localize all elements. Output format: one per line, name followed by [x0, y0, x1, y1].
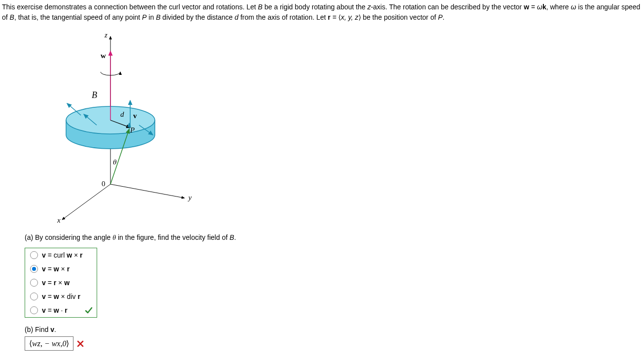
radio-icon[interactable] — [30, 306, 38, 314]
option-label: v = curl w × r — [38, 251, 83, 259]
w-label: w — [101, 52, 106, 60]
var-B: B — [229, 233, 234, 241]
prompt-text: = — [330, 13, 338, 21]
d-label: d — [120, 110, 124, 118]
answer-body: wz, − wx,0 — [32, 339, 66, 348]
option-3[interactable]: v = r × w — [25, 276, 97, 290]
part-a-text: (a) By considering the angle — [25, 233, 112, 241]
var-k: k — [542, 3, 546, 11]
prompt-text: = — [529, 3, 537, 11]
prompt-text: , where — [546, 3, 571, 11]
option-label: v = w · r — [38, 306, 68, 314]
var-B2: B — [10, 13, 14, 21]
part-b-text: (b) Find — [25, 326, 50, 333]
prompt-text: be the position vector of — [361, 13, 438, 21]
checkmark-icon — [85, 306, 93, 314]
part-b-text: . — [54, 326, 56, 333]
option-2[interactable]: v = w × r — [25, 262, 97, 276]
var-xyz: x, y, z — [341, 13, 358, 21]
radio-icon-selected[interactable] — [30, 265, 38, 273]
radio-icon[interactable] — [30, 251, 38, 259]
y-axis — [110, 184, 184, 198]
prompt-text: , that is, the tangential speed of any p… — [14, 13, 142, 21]
theta-label: θ — [113, 158, 117, 166]
var-v: v — [50, 326, 54, 333]
prompt-text: be a rigid body rotating about the — [262, 3, 367, 11]
angle-bracket-close: ⟩ — [66, 339, 69, 348]
radio-icon[interactable] — [30, 293, 38, 300]
origin-label: 0 — [102, 180, 106, 188]
option-label: v = w × div r — [38, 293, 80, 300]
prompt-text: divided by the distance — [160, 13, 234, 21]
var-z: z — [367, 3, 371, 11]
part-b-answer-row: ⟨wz, − wx,0⟩ — [25, 336, 642, 351]
part-b-answer-input[interactable]: ⟨wz, − wx,0⟩ — [25, 336, 73, 351]
prompt-text: . — [443, 13, 445, 21]
x-axis — [62, 184, 110, 220]
part-a-answer-box: v = curl w × r v = w × r v = r × w v = w… — [25, 248, 97, 318]
prompt-text: -axis. The rotation can be described by … — [371, 3, 524, 11]
part-a-text: in the figure, find the velocity field o… — [116, 233, 229, 241]
part-a-text: . — [234, 233, 236, 241]
prompt-text: in — [146, 13, 156, 21]
figure: y x z 0 B w d P v θ — [2, 27, 642, 224]
x-axis-label: x — [57, 216, 61, 224]
disk-label-B: B — [92, 90, 97, 100]
option-label: v = r × w — [38, 279, 70, 287]
problem-prompt: This exercise demonstrates a connection … — [2, 2, 642, 23]
v-label: v — [133, 112, 137, 120]
option-4[interactable]: v = w × div r — [25, 290, 97, 303]
var-omega2: ω — [571, 3, 576, 11]
rotation-diagram: y x z 0 B w d P v θ — [2, 27, 199, 224]
part-a-question: (a) By considering the angle θ in the fi… — [25, 233, 642, 242]
radio-icon[interactable] — [30, 279, 38, 287]
z-axis-label: z — [104, 31, 107, 39]
prompt-text: from the axis of rotation. Let — [239, 13, 328, 21]
y-axis-label: y — [187, 194, 192, 201]
prompt-text: This exercise demonstrates a connection … — [2, 3, 258, 11]
var-w: w — [524, 3, 529, 11]
var-omega: ω — [537, 3, 542, 11]
var-P2: P — [438, 13, 442, 21]
part-b-question: (b) Find v. — [25, 326, 642, 333]
var-d: d — [235, 13, 239, 21]
var-B: B — [258, 3, 262, 11]
option-1[interactable]: v = curl w × r — [25, 248, 97, 262]
option-label: v = w × r — [38, 265, 70, 273]
x-mark-icon — [76, 340, 84, 348]
prompt-text: is the — [576, 3, 594, 11]
